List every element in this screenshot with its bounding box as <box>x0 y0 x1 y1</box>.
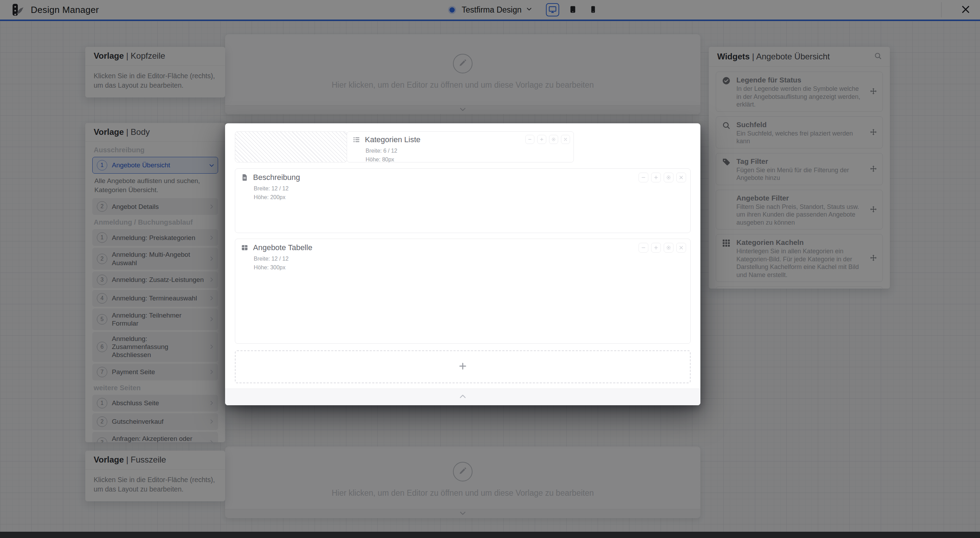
layout-row: Kategorien ListeBreite: 6 / 12Höhe: 80px <box>235 131 690 162</box>
widget-width-label: Breite: 6 / 12 <box>366 148 398 154</box>
widget-settings-button[interactable] <box>549 135 558 144</box>
remove-widget-button[interactable] <box>561 135 570 144</box>
widget-actions <box>638 243 686 252</box>
widget-settings-button[interactable] <box>664 243 673 252</box>
widget-height-label: Höhe: 300px <box>254 265 286 270</box>
layout-widget-card[interactable]: Angebote TabelleBreite: 12 / 12Höhe: 300… <box>235 239 690 344</box>
document-icon <box>241 174 248 181</box>
widget-actions <box>525 135 570 144</box>
shrink-width-button[interactable] <box>638 173 648 183</box>
remove-widget-button[interactable] <box>676 243 686 252</box>
shrink-width-button[interactable] <box>638 243 648 252</box>
widget-height-label: Höhe: 200px <box>254 194 286 200</box>
modal-rows: Kategorien ListeBreite: 6 / 12Höhe: 80px… <box>235 131 690 351</box>
empty-column-placeholder <box>235 131 347 162</box>
layout-widget-card[interactable]: Kategorien ListeBreite: 6 / 12Höhe: 80px <box>347 131 574 162</box>
shrink-width-button[interactable] <box>525 135 535 144</box>
widget-width-label: Breite: 12 / 12 <box>254 256 289 262</box>
widget-card-header: Angebote Tabelle <box>241 243 685 252</box>
widget-dimensions: Breite: 12 / 12Höhe: 300px <box>254 255 685 272</box>
widget-actions <box>638 173 686 183</box>
grow-width-button[interactable] <box>651 173 661 183</box>
table-icon <box>241 244 248 252</box>
grow-width-button[interactable] <box>651 243 661 252</box>
add-row-button[interactable] <box>235 351 690 383</box>
widget-height-label: Höhe: 80px <box>366 157 394 162</box>
chevron-up-icon <box>458 392 467 402</box>
layout-editor-modal: Kategorien ListeBreite: 6 / 12Höhe: 80px… <box>225 123 700 405</box>
modal-collapse-button[interactable] <box>225 389 700 405</box>
widget-dimensions: Breite: 12 / 12Höhe: 200px <box>254 184 685 202</box>
widget-settings-button[interactable] <box>664 173 673 183</box>
widget-dimensions: Breite: 6 / 12Höhe: 80px <box>366 147 568 164</box>
plus-icon <box>458 361 468 373</box>
grow-width-button[interactable] <box>537 135 546 144</box>
remove-widget-button[interactable] <box>676 173 686 183</box>
layout-widget-card[interactable]: BeschreibungBreite: 12 / 12Höhe: 200px <box>235 168 690 233</box>
widget-title: Angebote Tabelle <box>253 243 312 252</box>
list-icon <box>353 136 360 144</box>
widget-title: Kategorien Liste <box>365 135 420 144</box>
widget-title: Beschreibung <box>253 173 300 182</box>
widget-card-header: Beschreibung <box>241 173 685 182</box>
design-manager-app: Hier klicken, um den Editor zu öffnen un… <box>0 0 980 538</box>
widget-width-label: Breite: 12 / 12 <box>254 186 289 192</box>
